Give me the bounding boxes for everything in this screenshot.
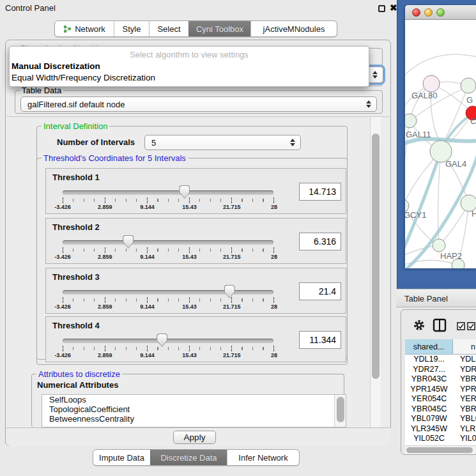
tab-select[interactable]: Select [149,21,188,36]
threshold-1-slider-thumb[interactable] [179,185,190,199]
control-panel-titlebar: Control Panel ✖ [0,0,396,17]
zoom-traffic-light[interactable] [436,8,445,17]
list-item[interactable]: SelfLoops [42,395,346,404]
threshold-2-value-field[interactable]: 6.316 [299,233,341,250]
tick-label: 2.859 [98,254,112,260]
network-view-window[interactable]: GAL80GGAL11CGAL4GCY1HHAP2 [405,5,476,268]
tab-cyni-toolbox[interactable]: Cyni Toolbox [188,21,250,36]
threshold-1-panel: Threshold 1 -3.4262.8599.14415.4321.7152… [45,168,346,214]
network-edge[interactable] [405,54,476,79]
table-row[interactable]: YIL052CYIL0 [405,434,476,444]
apply-button[interactable]: Apply [173,431,216,444]
close-traffic-light[interactable] [412,8,420,17]
tick-label: 15.43 [182,204,197,210]
tick-label: 15.43 [182,303,197,310]
network-canvas[interactable]: GAL80GGAL11CGAL4GCY1HHAP2 [405,20,476,268]
table-data-group: Table Data galFiltered.sif default node [15,90,383,114]
table-data-combobox[interactable]: galFiltered.sif default node [20,96,377,112]
tab-label: Network [75,24,105,34]
tick-label: 28 [271,352,277,358]
table-row[interactable]: YBR043CYBR0 [405,374,476,385]
tab-discretize-data[interactable]: Discretize Data [150,450,227,465]
tab-jactivemnodules[interactable]: jActiveMNodules [250,21,337,36]
screen: Control Panel ✖ Network Style Select Cyn… [0,0,476,476]
threshold-2-panel: Threshold 2 -3.4262.8599.14415.4321.7152… [45,218,346,264]
attributes-list-scrollbar[interactable] [334,395,346,427]
threshold-3-value-field[interactable]: 21.4 [299,282,341,300]
tick-label: -3.426 [54,303,71,310]
tick-label: 28 [271,204,277,210]
slider-tick-labels: -3.4262.8599.14415.4321.71528 [63,204,274,211]
threshold-4-panel: Threshold 4 -3.4262.8599.14415.4321.7152… [45,316,346,362]
list-item[interactable]: BetweennessCentrality [42,414,346,424]
table-row[interactable]: YBL079WYBL0 [405,414,476,424]
tab-style[interactable]: Style [114,21,149,36]
table-row[interactable]: YDR27...YDR2 [405,365,476,375]
threshold-4-value-field[interactable]: 11.344 [299,331,341,349]
checkbox-icon[interactable] [467,322,475,330]
tick-label: 21.715 [223,303,241,310]
tab-label: Cyni Toolbox [196,24,243,34]
table-row[interactable]: YDL19...YDL1 [405,355,476,365]
tick-label: -3.426 [54,254,71,260]
checkbox-icon[interactable] [457,322,465,330]
network-node[interactable] [405,114,417,128]
network-node[interactable] [423,75,440,92]
tab-label: jActiveMNodules [263,24,325,34]
network-node-label: GAL4 [445,159,466,169]
table-row[interactable]: YPR145WYPR1 [405,385,476,395]
panel-title: Control Panel [5,3,56,13]
tab-label: Discretize Data [160,453,217,463]
network-node-label: H [472,209,476,219]
table-horizontal-scrollbar[interactable] [405,445,476,454]
table-body: YDL19...YDL1YDR27...YDR2YBR043CYBR0YPR14… [405,355,476,444]
table-row[interactable]: YBR045CYBR0 [405,404,476,415]
node-table[interactable]: shared... n YDL19...YDL1YDR27...YDR2YBR0… [405,339,476,445]
network-edge[interactable] [444,86,468,142]
list-item[interactable]: TopologicalCoefficient [42,404,346,414]
tick-label: 9.144 [140,352,155,358]
threshold-label: Threshold 2 [52,222,100,232]
threshold-label: Threshold 3 [52,272,100,282]
network-node[interactable] [461,78,476,93]
tab-label: Impute Data [99,453,144,463]
network-node-label: GAL11 [406,130,431,139]
network-node-label: GAL80 [411,91,437,100]
attributes-listbox[interactable]: SelfLoopsTopologicalCoefficientBetweenne… [42,394,346,427]
threshold-3-slider-thumb[interactable] [224,285,235,298]
slider-tick-labels: -3.4262.8599.14415.4321.71528 [63,303,274,311]
minimize-traffic-light[interactable] [424,8,433,17]
threshold-4-slider-thumb[interactable] [157,334,167,347]
column-header-name[interactable]: n [453,339,476,354]
table-row[interactable]: YER054CYER0 [405,394,476,404]
divider [6,116,391,117]
tick-label: 2.859 [98,204,112,210]
split-columns-icon[interactable] [433,318,447,332]
panel-scrollbar[interactable] [370,117,381,427]
threshold-2-slider-thumb[interactable] [123,235,134,249]
table-panel-header: Table Panel [396,289,476,307]
gear-icon[interactable] [413,319,426,332]
tab-infer-network[interactable]: Infer Network [227,450,299,465]
group-label: Threshold's Coordinates for 5 Intervals [42,153,188,163]
table-row[interactable]: YLR345WYLR3 [405,424,476,434]
network-icon [63,25,72,33]
popup-option-equal-width-frequency[interactable]: Equal Width/Frequency Discretization [12,73,155,82]
tab-impute-data[interactable]: Impute Data [93,450,150,465]
num-intervals-combobox[interactable]: 5 [144,135,301,150]
group-label: Table Data [20,86,63,95]
threshold-1-value-field[interactable]: 14.713 [299,183,341,201]
tick-label: 28 [271,303,277,310]
close-icon[interactable]: ✖ [390,3,397,13]
tick-label: 2.859 [98,303,112,310]
float-window-icon[interactable] [378,5,385,12]
popup-placeholder: Select algorithm to view settings [10,50,369,59]
network-node-label: GCY1 [405,210,426,220]
popup-option-manual-discretization[interactable]: Manual Discretization [12,61,100,71]
tab-network[interactable]: Network [55,21,114,36]
column-header-shared-name[interactable]: shared... [405,339,453,354]
cyni-toolbox-panel: Discretization Algorithm Table Data galF… [5,40,391,446]
network-node[interactable] [433,239,445,252]
attributes-list-items: SelfLoopsTopologicalCoefficientBetweenne… [42,395,346,424]
network-window-titlebar[interactable] [405,5,476,20]
